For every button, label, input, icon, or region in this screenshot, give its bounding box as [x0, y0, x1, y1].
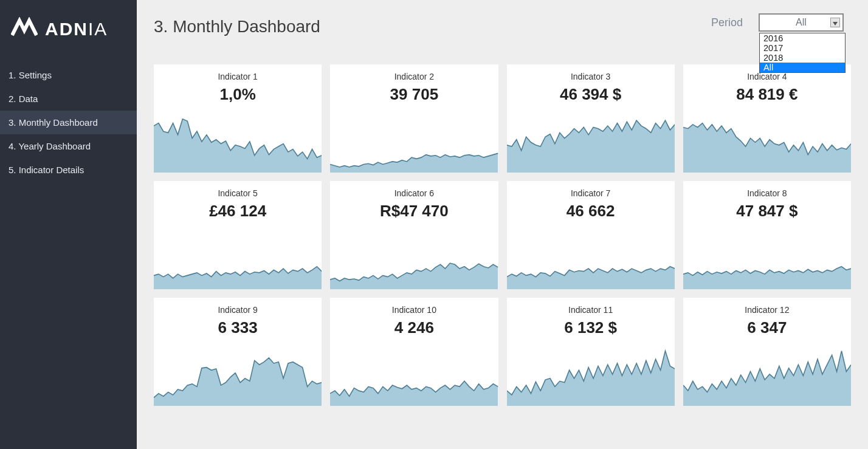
- indicator-card-value: 6 347: [683, 318, 851, 337]
- indicator-sparkline: [330, 104, 498, 173]
- indicator-card-2[interactable]: Indicator 2 39 705: [330, 64, 498, 173]
- sidebar-item-yearly-dashboard[interactable]: 4. Yearly Dashboard: [0, 134, 137, 158]
- sidebar-item-data[interactable]: 2. Data: [0, 87, 137, 111]
- indicator-card-6[interactable]: Indicator 6 R$47 470: [330, 181, 498, 289]
- sidebar-item-indicator-details[interactable]: 5. Indicator Details: [0, 158, 137, 182]
- indicator-card-title: Indicator 5: [154, 181, 322, 198]
- indicator-card-title: Indicator 3: [507, 64, 675, 81]
- app-root: ADNIA 1. Settings 2. Data 3. Monthly Das…: [0, 0, 868, 449]
- period-select[interactable]: All 2016 2017 2018 All: [759, 13, 844, 32]
- sidebar-nav: 1. Settings 2. Data 3. Monthly Dashboard…: [0, 63, 137, 182]
- indicator-card-3[interactable]: Indicator 3 46 394 $: [507, 64, 675, 173]
- indicator-card-value: R$47 470: [330, 202, 498, 221]
- indicator-card-12[interactable]: Indicator 12 6 347: [683, 298, 851, 406]
- brand-logo: ADNIA: [0, 0, 137, 63]
- indicator-card-5[interactable]: Indicator 5 £46 124: [154, 181, 322, 289]
- indicator-card-title: Indicator 6: [330, 181, 498, 198]
- page-header: 3. Monthly Dashboard Period All 2016 201…: [154, 13, 851, 36]
- indicator-sparkline: [507, 104, 675, 173]
- indicator-card-7[interactable]: Indicator 7 46 662: [507, 181, 675, 289]
- indicator-sparkline: [330, 221, 498, 289]
- indicator-card-title: Indicator 7: [507, 181, 675, 198]
- period-option-2017[interactable]: 2017: [760, 43, 845, 53]
- indicator-card-value: 46 394 $: [507, 85, 675, 104]
- period-label: Period: [711, 16, 743, 29]
- indicator-card-title: Indicator 9: [154, 298, 322, 315]
- indicator-card-9[interactable]: Indicator 9 6 333: [154, 298, 322, 406]
- indicator-card-title: Indicator 10: [330, 298, 498, 315]
- indicator-card-8[interactable]: Indicator 8 47 847 $: [683, 181, 851, 289]
- card-grid: Indicator 1 1,0% Indicator 2 39 705 Indi…: [154, 64, 851, 406]
- indicator-card-title: Indicator 12: [683, 298, 851, 315]
- indicator-sparkline: [330, 337, 498, 406]
- period-option-2016[interactable]: 2016: [760, 33, 845, 43]
- indicator-card-value: 47 847 $: [683, 202, 851, 221]
- period-option-all[interactable]: All: [760, 63, 845, 72]
- indicator-card-value: 46 662: [507, 202, 675, 221]
- indicator-card-title: Indicator 1: [154, 64, 322, 81]
- indicator-card-value: 4 246: [330, 318, 498, 337]
- brand-mark-icon: [11, 17, 38, 41]
- sidebar-item-settings[interactable]: 1. Settings: [0, 63, 137, 87]
- indicator-card-value: 1,0%: [154, 85, 322, 104]
- indicator-card-10[interactable]: Indicator 10 4 246: [330, 298, 498, 406]
- indicator-card-title: Indicator 11: [507, 298, 675, 315]
- period-filter: Period All 2016 2017 2018 All: [711, 13, 844, 32]
- dropdown-toggle-button[interactable]: [830, 18, 840, 27]
- indicator-card-title: Indicator 8: [683, 181, 851, 198]
- indicator-sparkline: [154, 337, 322, 406]
- page-title: 3. Monthly Dashboard: [154, 13, 320, 36]
- indicator-card-title: Indicator 2: [330, 64, 498, 81]
- indicator-sparkline: [154, 221, 322, 289]
- indicator-sparkline: [154, 104, 322, 173]
- period-option-2018[interactable]: 2018: [760, 53, 845, 63]
- indicator-card-value: £46 124: [154, 202, 322, 221]
- indicator-card-value: 6 132 $: [507, 318, 675, 337]
- sidebar-item-monthly-dashboard[interactable]: 3. Monthly Dashboard: [0, 111, 137, 134]
- indicator-sparkline: [683, 337, 851, 406]
- indicator-sparkline: [507, 221, 675, 289]
- main-content: 3. Monthly Dashboard Period All 2016 201…: [137, 0, 868, 449]
- indicator-card-1[interactable]: Indicator 1 1,0%: [154, 64, 322, 173]
- indicator-card-11[interactable]: Indicator 11 6 132 $: [507, 298, 675, 406]
- indicator-sparkline: [683, 221, 851, 289]
- indicator-card-value: 84 819 €: [683, 85, 851, 104]
- indicator-sparkline: [507, 337, 675, 406]
- period-dropdown: 2016 2017 2018 All: [759, 33, 846, 73]
- indicator-card-value: 6 333: [154, 318, 322, 337]
- indicator-sparkline: [683, 104, 851, 173]
- brand-name: ADNIA: [45, 19, 108, 39]
- indicator-card-4[interactable]: Indicator 4 84 819 €: [683, 64, 851, 173]
- indicator-card-value: 39 705: [330, 85, 498, 104]
- sidebar: ADNIA 1. Settings 2. Data 3. Monthly Das…: [0, 0, 137, 449]
- chevron-down-icon: [833, 17, 838, 28]
